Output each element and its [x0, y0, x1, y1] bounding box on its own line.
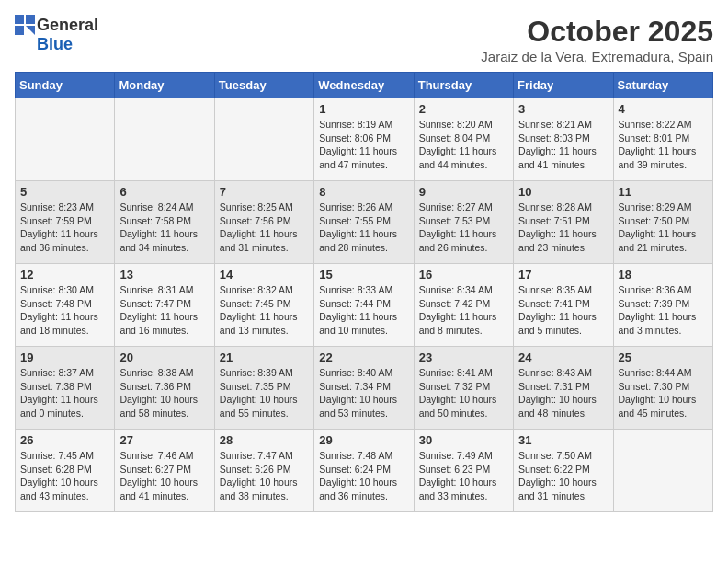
day-cell: 28Sunrise: 7:47 AM Sunset: 6:26 PM Dayli… — [214, 430, 313, 512]
col-header-thursday: Thursday — [414, 73, 513, 98]
day-info: Sunrise: 8:23 AM Sunset: 7:59 PM Dayligh… — [20, 201, 109, 255]
week-row-4: 19Sunrise: 8:37 AM Sunset: 7:38 PM Dayli… — [16, 347, 713, 430]
day-cell: 17Sunrise: 8:35 AM Sunset: 7:41 PM Dayli… — [514, 264, 613, 347]
day-info: Sunrise: 7:47 AM Sunset: 6:26 PM Dayligh… — [220, 449, 309, 503]
day-info: Sunrise: 8:21 AM Sunset: 8:03 PM Dayligh… — [518, 118, 608, 172]
day-number: 19 — [20, 350, 109, 364]
day-number: 12 — [20, 268, 109, 282]
day-cell: 5Sunrise: 8:23 AM Sunset: 7:59 PM Daylig… — [16, 181, 115, 264]
day-number: 13 — [119, 268, 209, 282]
day-number: 17 — [518, 268, 608, 282]
day-info: Sunrise: 7:49 AM Sunset: 6:23 PM Dayligh… — [419, 449, 508, 503]
day-cell — [16, 98, 115, 181]
location: Jaraiz de la Vera, Extremadura, Spain — [481, 49, 713, 64]
day-info: Sunrise: 8:32 AM Sunset: 7:45 PM Dayligh… — [220, 283, 309, 338]
day-number: 28 — [220, 433, 309, 447]
day-info: Sunrise: 7:48 AM Sunset: 6:24 PM Dayligh… — [319, 449, 408, 503]
day-number: 2 — [419, 102, 508, 116]
day-info: Sunrise: 8:39 AM Sunset: 7:35 PM Dayligh… — [220, 366, 309, 420]
day-cell — [613, 430, 712, 512]
day-info: Sunrise: 8:22 AM Sunset: 8:01 PM Dayligh… — [619, 118, 708, 172]
day-cell: 15Sunrise: 8:33 AM Sunset: 7:44 PM Dayli… — [314, 264, 414, 347]
day-cell: 24Sunrise: 8:43 AM Sunset: 7:31 PM Dayli… — [514, 347, 613, 430]
calendar-table: SundayMondayTuesdayWednesdayThursdayFrid… — [15, 72, 713, 512]
day-cell: 26Sunrise: 7:45 AM Sunset: 6:28 PM Dayli… — [16, 430, 115, 512]
day-number: 18 — [619, 268, 708, 282]
logo-icon — [15, 15, 35, 35]
day-cell: 7Sunrise: 8:25 AM Sunset: 7:56 PM Daylig… — [214, 181, 313, 264]
day-info: Sunrise: 8:27 AM Sunset: 7:53 PM Dayligh… — [419, 201, 508, 255]
day-number: 7 — [220, 185, 309, 199]
svg-rect-1 — [26, 15, 35, 24]
day-info: Sunrise: 8:26 AM Sunset: 7:55 PM Dayligh… — [319, 201, 408, 255]
day-number: 22 — [319, 350, 408, 364]
day-number: 3 — [518, 102, 608, 116]
day-cell: 9Sunrise: 8:27 AM Sunset: 7:53 PM Daylig… — [414, 181, 513, 264]
day-info: Sunrise: 8:44 AM Sunset: 7:30 PM Dayligh… — [619, 366, 708, 420]
svg-marker-3 — [26, 26, 35, 35]
day-number: 25 — [619, 350, 708, 364]
day-number: 8 — [319, 185, 408, 199]
day-info: Sunrise: 7:46 AM Sunset: 6:27 PM Dayligh… — [119, 449, 209, 503]
day-number: 27 — [119, 433, 209, 447]
day-info: Sunrise: 8:24 AM Sunset: 7:58 PM Dayligh… — [119, 201, 209, 255]
day-info: Sunrise: 8:29 AM Sunset: 7:50 PM Dayligh… — [619, 201, 708, 255]
day-cell: 16Sunrise: 8:34 AM Sunset: 7:42 PM Dayli… — [414, 264, 513, 347]
day-info: Sunrise: 8:36 AM Sunset: 7:39 PM Dayligh… — [619, 283, 708, 338]
header-row: SundayMondayTuesdayWednesdayThursdayFrid… — [16, 73, 713, 98]
month-title: October 2025 — [481, 15, 713, 49]
week-row-1: 1Sunrise: 8:19 AM Sunset: 8:06 PM Daylig… — [16, 98, 713, 181]
logo: General Blue — [15, 15, 98, 54]
day-number: 5 — [20, 185, 109, 199]
day-cell: 27Sunrise: 7:46 AM Sunset: 6:27 PM Dayli… — [115, 430, 214, 512]
day-info: Sunrise: 8:19 AM Sunset: 8:06 PM Dayligh… — [319, 118, 408, 172]
day-number: 6 — [119, 185, 209, 199]
day-cell: 3Sunrise: 8:21 AM Sunset: 8:03 PM Daylig… — [514, 98, 613, 181]
day-info: Sunrise: 8:20 AM Sunset: 8:04 PM Dayligh… — [419, 118, 508, 172]
day-cell — [115, 98, 214, 181]
day-cell: 10Sunrise: 8:28 AM Sunset: 7:51 PM Dayli… — [514, 181, 613, 264]
day-cell: 6Sunrise: 8:24 AM Sunset: 7:58 PM Daylig… — [115, 181, 214, 264]
day-number: 11 — [619, 185, 708, 199]
day-info: Sunrise: 8:30 AM Sunset: 7:48 PM Dayligh… — [20, 283, 109, 338]
col-header-monday: Monday — [115, 73, 214, 98]
col-header-sunday: Sunday — [16, 73, 115, 98]
title-area: October 2025 Jaraiz de la Vera, Extremad… — [481, 15, 713, 64]
col-header-friday: Friday — [514, 73, 613, 98]
day-cell: 25Sunrise: 8:44 AM Sunset: 7:30 PM Dayli… — [613, 347, 712, 430]
day-cell: 4Sunrise: 8:22 AM Sunset: 8:01 PM Daylig… — [613, 98, 712, 181]
col-header-wednesday: Wednesday — [314, 73, 414, 98]
day-cell — [214, 98, 313, 181]
logo-blue: Blue — [37, 35, 73, 54]
day-info: Sunrise: 8:25 AM Sunset: 7:56 PM Dayligh… — [220, 201, 309, 255]
day-cell: 8Sunrise: 8:26 AM Sunset: 7:55 PM Daylig… — [314, 181, 414, 264]
logo-general: General — [37, 16, 98, 35]
day-number: 20 — [119, 350, 209, 364]
day-number: 23 — [419, 350, 508, 364]
day-info: Sunrise: 8:40 AM Sunset: 7:34 PM Dayligh… — [319, 366, 408, 420]
svg-rect-0 — [15, 15, 24, 24]
day-cell: 23Sunrise: 8:41 AM Sunset: 7:32 PM Dayli… — [414, 347, 513, 430]
day-number: 31 — [518, 433, 608, 447]
day-number: 26 — [20, 433, 109, 447]
day-info: Sunrise: 8:41 AM Sunset: 7:32 PM Dayligh… — [419, 366, 508, 420]
day-cell: 22Sunrise: 8:40 AM Sunset: 7:34 PM Dayli… — [314, 347, 414, 430]
col-header-saturday: Saturday — [613, 73, 712, 98]
day-cell: 12Sunrise: 8:30 AM Sunset: 7:48 PM Dayli… — [16, 264, 115, 347]
day-info: Sunrise: 8:34 AM Sunset: 7:42 PM Dayligh… — [419, 283, 508, 338]
day-cell: 13Sunrise: 8:31 AM Sunset: 7:47 PM Dayli… — [115, 264, 214, 347]
day-cell: 18Sunrise: 8:36 AM Sunset: 7:39 PM Dayli… — [613, 264, 712, 347]
day-cell: 19Sunrise: 8:37 AM Sunset: 7:38 PM Dayli… — [16, 347, 115, 430]
day-cell: 11Sunrise: 8:29 AM Sunset: 7:50 PM Dayli… — [613, 181, 712, 264]
day-info: Sunrise: 8:31 AM Sunset: 7:47 PM Dayligh… — [119, 283, 209, 338]
day-cell: 21Sunrise: 8:39 AM Sunset: 7:35 PM Dayli… — [214, 347, 313, 430]
day-cell: 2Sunrise: 8:20 AM Sunset: 8:04 PM Daylig… — [414, 98, 513, 181]
day-cell: 14Sunrise: 8:32 AM Sunset: 7:45 PM Dayli… — [214, 264, 313, 347]
day-number: 1 — [319, 102, 408, 116]
day-cell: 20Sunrise: 8:38 AM Sunset: 7:36 PM Dayli… — [115, 347, 214, 430]
day-number: 15 — [319, 268, 408, 282]
col-header-tuesday: Tuesday — [214, 73, 313, 98]
day-number: 14 — [220, 268, 309, 282]
day-number: 9 — [419, 185, 508, 199]
day-number: 30 — [419, 433, 508, 447]
